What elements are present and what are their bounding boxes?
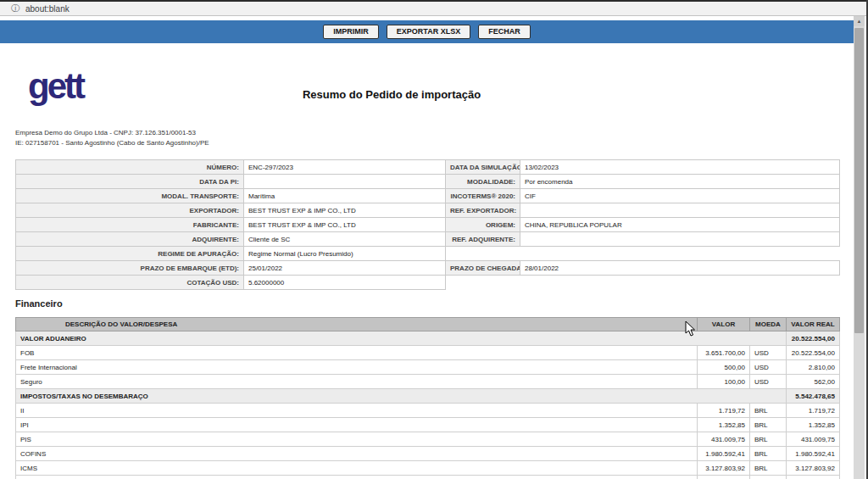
info-value: Por encomenda [520, 175, 840, 189]
info-row: PRAZO DE EMBARQUE (ETD):25/01/2022PRAZO … [16, 261, 840, 276]
mouse-cursor [685, 320, 697, 337]
report-toolbar: IMPRIMIR EXPORTAR XLSX FECHAR [0, 20, 854, 43]
info-value: BEST TRUST EXP & IMP CO., LTD [244, 203, 446, 218]
fin-valor-real: 20.522.554,00 [787, 346, 840, 360]
fin-row: Frete Internacional500,00USD2.810,00 [16, 360, 840, 375]
fin-desc: VALOR ADUANEIRO [16, 331, 787, 346]
print-button[interactable]: IMPRIMIR [323, 25, 379, 39]
info-value: ENC-297/2023 [244, 160, 446, 175]
fin-moeda: BRL [750, 461, 787, 476]
fin-row: PIS431.009,75BRL431.009,75 [16, 432, 840, 447]
fin-moeda: USD [750, 346, 787, 360]
scrollbar-thumb[interactable] [854, 28, 864, 333]
info-row: NÚMERO:ENC-297/2023DATA DA SIMULAÇÃO:13/… [16, 160, 840, 175]
fin-table-body: VALOR ADUANEIRO20.522.554,00FOB3.651.700… [16, 331, 840, 479]
fin-valor: 1.980.592,41 [698, 447, 750, 461]
fin-valor-real: 1.719,72 [787, 404, 840, 418]
fin-desc: ICMS [16, 461, 698, 476]
url-text: about:blank [25, 4, 70, 14]
fin-row: Seguro100,00USD562,00 [16, 375, 840, 389]
info-label: REF. ADQUIRENTE: [446, 232, 520, 247]
fin-table: DESCRIÇÃO DO VALOR/DESPESA VALOR MOEDA V… [15, 317, 840, 479]
fin-valor: 1.352,85 [698, 418, 750, 432]
info-table-body: NÚMERO:ENC-297/2023DATA DA SIMULAÇÃO:13/… [16, 160, 840, 290]
info-row: MODAL. TRANSPORTE:MarítimaINCOTERMS® 202… [16, 189, 840, 203]
info-blank-cell [446, 276, 520, 290]
company-info: Empresa Demo do Grupo Ltda - CNPJ: 37.12… [15, 128, 209, 148]
info-label: ORIGEM: [446, 218, 520, 232]
fin-row: FOB3.651.700,00USD20.522.554,00 [16, 346, 840, 360]
info-value [244, 175, 446, 189]
info-value: BEST TRUST EXP & IMP CO., LTD [244, 218, 446, 232]
fin-desc: II [16, 404, 698, 418]
browser-address-bar[interactable]: ⓘ about:blank [0, 2, 868, 16]
info-label: REGIME DE APURAÇÃO: [16, 247, 244, 261]
fin-desc: FOB [16, 346, 698, 360]
fin-moeda [750, 476, 787, 479]
fin-valor-real: 431.009,75 [787, 432, 840, 447]
info-blank-cell [520, 247, 840, 261]
info-value: 5.62000000 [244, 276, 446, 290]
fin-section-row: IMPOSTOS/TAXAS NO DESEMBARAÇO5.542.478,6… [16, 389, 840, 404]
fin-valor: 431.009,75 [698, 432, 750, 447]
info-value: 25/01/2022 [244, 261, 446, 276]
fin-row [16, 476, 840, 479]
info-row: EXPORTADOR:BEST TRUST EXP & IMP CO., LTD… [16, 203, 840, 218]
fin-desc: Frete Internacional [16, 360, 698, 375]
fin-moeda: BRL [750, 447, 787, 461]
fin-moeda: BRL [750, 432, 787, 447]
info-row: DATA DA PI:MODALIDADE:Por encomenda [16, 175, 840, 189]
fin-valor-real [787, 476, 840, 479]
fin-row: ICMS3.127.803,92BRL3.127.803,92 [16, 461, 840, 476]
fin-valor [698, 476, 750, 479]
fin-header-row: DESCRIÇÃO DO VALOR/DESPESA VALOR MOEDA V… [16, 318, 840, 331]
info-blank-cell [446, 247, 520, 261]
fin-valor: 3.651.700,00 [698, 346, 750, 360]
fin-valor: 1.719,72 [698, 404, 750, 418]
info-value: 28/01/2022 [520, 261, 840, 276]
info-value: Cliente de SC [244, 232, 446, 247]
info-value: 13/02/2023 [520, 160, 840, 175]
info-value: Marítima [244, 189, 446, 203]
fin-valor-real: 1.352,85 [787, 418, 840, 432]
info-label: COTAÇÃO USD: [16, 276, 244, 290]
fin-valor-real: 2.810,00 [787, 360, 840, 375]
report-page: gett Resumo do Pedido de importação Empr… [0, 43, 854, 479]
info-label: NÚMERO: [16, 160, 244, 175]
fin-desc [16, 476, 698, 479]
fin-row: IPI1.352,85BRL1.352,85 [16, 418, 840, 432]
info-label: MODALIDADE: [446, 175, 520, 189]
info-label: ADQUIRENTE: [16, 232, 244, 247]
company-line1: Empresa Demo do Grupo Ltda - CNPJ: 37.12… [15, 128, 209, 138]
page-info-icon[interactable]: ⓘ [11, 4, 19, 13]
fin-desc: COFINS [16, 447, 698, 461]
fin-desc: PIS [16, 432, 698, 447]
fin-section-row: VALOR ADUANEIRO20.522.554,00 [16, 331, 840, 346]
close-button[interactable]: FECHAR [478, 25, 531, 39]
scroll-up-arrow-icon[interactable]: ▲ [854, 16, 865, 26]
fin-moeda: BRL [750, 404, 787, 418]
info-label: FABRICANTE: [16, 218, 244, 232]
fin-row: II1.719,72BRL1.719,72 [16, 404, 840, 418]
info-label: DATA DA PI: [16, 175, 244, 189]
fin-desc: IMPOSTOS/TAXAS NO DESEMBARAÇO [16, 389, 787, 404]
fin-desc: Seguro [16, 375, 698, 389]
info-blank-cell [520, 276, 840, 290]
info-row: COTAÇÃO USD:5.62000000 [16, 276, 840, 290]
info-value [520, 203, 840, 218]
fin-moeda: USD [750, 360, 787, 375]
col-header-descricao: DESCRIÇÃO DO VALOR/DESPESA [16, 318, 698, 331]
export-xlsx-button[interactable]: EXPORTAR XLSX [387, 25, 470, 39]
fin-valor-real: 562,00 [787, 375, 840, 389]
financeiro-heading: Financeiro [15, 298, 63, 309]
col-header-valor-real: VALOR REAL [787, 318, 840, 331]
info-row: FABRICANTE:BEST TRUST EXP & IMP CO., LTD… [16, 218, 840, 232]
info-label: EXPORTADOR: [16, 203, 244, 218]
fin-valor-real: 3.127.803,92 [787, 461, 840, 476]
info-value: Regime Normal (Lucro Presumido) [244, 247, 446, 261]
fin-valor-real: 1.980.592,41 [787, 447, 840, 461]
info-value [520, 232, 840, 247]
fin-row: COFINS1.980.592,41BRL1.980.592,41 [16, 447, 840, 461]
col-header-moeda: MOEDA [750, 318, 787, 331]
info-label: PRAZO DE CHEGADA (ETA): [446, 261, 520, 276]
